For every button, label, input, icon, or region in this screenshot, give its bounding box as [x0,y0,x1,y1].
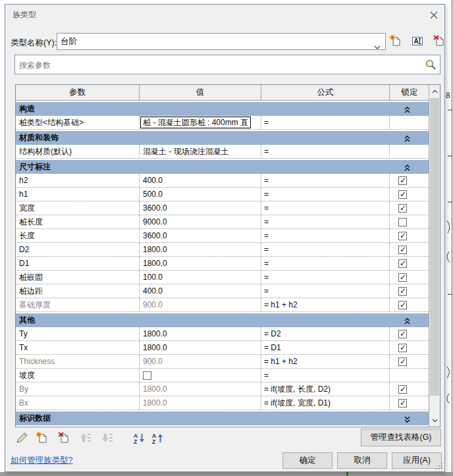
lock-checkbox[interactable] [398,357,407,366]
param-lock-cell[interactable] [390,271,430,284]
param-value-cell[interactable]: 1800.0 [140,383,261,396]
scroll-up-button[interactable] [429,85,440,97]
sort-ascending-icon[interactable]: A Z [132,430,147,446]
param-row-d1[interactable]: D11800.0= [16,257,430,271]
param-lock-cell[interactable] [390,284,430,298]
table-scrollbar[interactable] [429,85,440,427]
section-header-identity-data[interactable]: 标识数据 [16,410,430,425]
lock-checkbox[interactable] [398,204,407,213]
new-parameter-icon[interactable] [34,430,50,446]
param-formula-cell[interactable]: = h1 + h2 [261,355,390,368]
param-value-cell[interactable]: 9000.0 [140,215,261,228]
param-row-thickness[interactable]: Thickness900.0= h1 + h2 [16,355,430,369]
param-lock-cell[interactable] [390,341,430,354]
param-value-cell[interactable]: 1800.0 [140,243,261,256]
collapse-section-icon[interactable] [404,165,410,171]
param-lock-cell[interactable] [390,396,430,410]
param-value-cell[interactable]: 1800.0 [140,327,261,340]
cancel-button[interactable]: 取消 [337,452,387,469]
scroll-down-button[interactable] [429,414,440,427]
param-row-pile-edge-distance[interactable]: 桩边距400.0= [16,284,430,298]
param-row-structural-material[interactable]: 结构材质(默认)混凝土 - 现场浇注混凝土= [16,145,430,159]
param-row-slope[interactable]: 坡度= [16,369,430,383]
rename-type-icon[interactable]: A [410,34,425,48]
lock-checkbox[interactable] [398,399,407,408]
lock-checkbox[interactable] [398,287,407,296]
param-row-pile-type[interactable]: 桩类型<结构基础>桩 - 混凝土圆形桩 : 400mm 直= [16,116,430,130]
move-up-icon[interactable] [77,430,93,446]
param-value-cell[interactable]: 3600.0 [140,229,261,242]
sort-descending-icon[interactable]: A Z [150,430,166,446]
column-header-3[interactable]: 锁定 [390,85,430,101]
value-edit-box[interactable]: 桩 - 混凝土圆形桩 : 400mm 直 [140,117,251,128]
param-formula-cell[interactable]: = [261,174,390,187]
lock-checkbox[interactable] [398,259,407,268]
param-value-cell[interactable]: 1800.0 [140,396,261,410]
lock-checkbox[interactable] [398,273,407,282]
lock-checkbox[interactable] [398,330,407,338]
lock-checkbox[interactable] [398,385,407,394]
param-value-cell[interactable] [140,369,261,382]
param-lock-cell[interactable] [390,229,430,242]
param-formula-cell[interactable]: = if(坡度, 长度, D2) [261,383,390,396]
param-row-by[interactable]: By1800.0= if(坡度, 长度, D2) [16,383,430,396]
param-value-cell[interactable]: 混凝土 - 现场浇注混凝土 [140,145,261,158]
param-lock-cell[interactable] [390,174,430,187]
param-formula-cell[interactable]: = D2 [261,327,390,340]
edit-parameter-icon[interactable] [14,430,30,446]
type-name-combobox[interactable]: 台阶 [57,33,386,50]
param-lock-cell[interactable] [390,201,430,215]
param-lock-cell[interactable] [390,243,430,256]
param-value-cell[interactable]: 1800.0 [140,341,261,354]
lock-checkbox[interactable] [398,344,407,352]
param-row-foundation-thickness[interactable]: 基础厚度900.0= h1 + h2 [16,298,430,312]
ok-button[interactable]: 确定 [282,452,333,469]
search-input[interactable] [18,57,414,74]
param-formula-cell[interactable]: = if(坡度, 宽度, D1) [261,396,390,410]
param-formula-cell[interactable]: = [261,229,390,242]
lock-checkbox[interactable] [398,246,407,254]
param-row-tx[interactable]: Tx1800.0= D1 [16,341,430,355]
param-formula-cell[interactable]: = [261,257,390,270]
lock-checkbox[interactable] [398,190,407,199]
param-formula-cell[interactable]: = [261,284,390,298]
param-row-width[interactable]: 宽度3600.0= [16,201,430,215]
param-lock-cell[interactable] [390,383,430,396]
expand-section-icon[interactable] [404,416,410,423]
collapse-section-icon[interactable] [404,318,410,325]
param-row-pile-embedment[interactable]: 桩嵌固100.0= [16,271,430,284]
param-value-cell[interactable]: 100.0 [140,271,261,284]
param-row-d2[interactable]: D21800.0= [16,243,430,257]
param-value-cell[interactable]: 900.0 [140,298,261,311]
section-header-construction[interactable]: 构造 [16,101,430,116]
param-formula-cell[interactable]: = [261,369,390,382]
scroll-thumb[interactable] [430,98,439,396]
help-link[interactable]: 如何管理族类型? [11,455,72,466]
param-formula-cell[interactable]: = D1 [261,341,390,354]
magnifier-icon[interactable] [425,59,437,74]
param-lock-cell[interactable] [390,327,430,340]
param-formula-cell[interactable]: = [261,215,390,228]
param-formula-cell[interactable]: = [261,243,390,256]
param-value-cell[interactable]: 3600.0 [140,201,261,215]
collapse-section-icon[interactable] [404,107,410,113]
lock-checkbox[interactable] [398,176,407,185]
move-down-icon[interactable] [99,430,115,446]
param-lock-cell[interactable] [390,188,430,201]
delete-type-icon[interactable] [432,34,446,48]
param-formula-cell[interactable]: = [261,188,390,201]
section-header-materials-finishes[interactable]: 材质和装饰 [16,130,430,145]
close-icon[interactable] [429,10,439,20]
param-formula-cell[interactable]: = [261,145,390,158]
resize-grip[interactable] [436,463,443,470]
param-formula-cell[interactable]: = [261,201,390,215]
param-row-h1[interactable]: h1500.0= [16,188,430,201]
new-type-icon[interactable] [388,34,403,48]
param-formula-cell[interactable]: = h1 + h2 [261,298,390,311]
apply-button[interactable]: 应用(A) [392,452,442,469]
param-value-cell[interactable]: 400.0 [140,174,261,187]
lock-checkbox[interactable] [398,218,407,226]
param-lock-cell[interactable] [390,298,430,311]
lock-checkbox[interactable] [398,301,407,309]
param-value-cell[interactable]: 1800.0 [140,257,261,270]
